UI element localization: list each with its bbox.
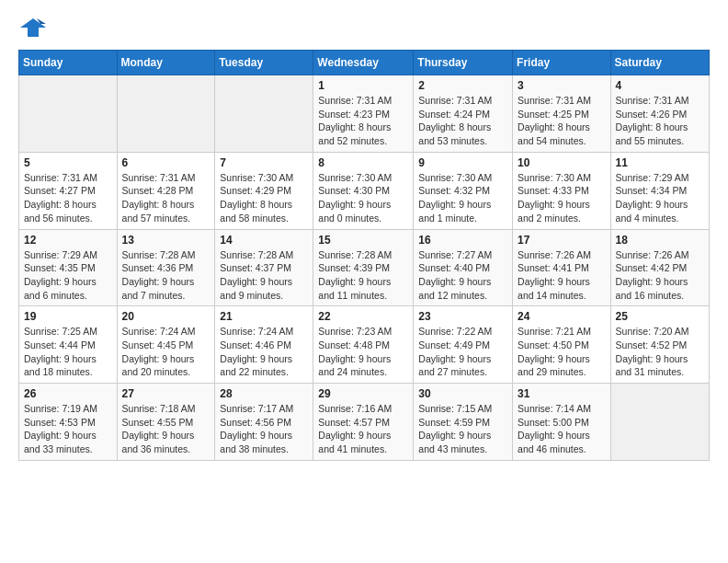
calendar-cell: 9Sunrise: 7:30 AMSunset: 4:32 PMDaylight… <box>414 152 513 229</box>
day-info: Sunrise: 7:29 AMSunset: 4:34 PMDaylight:… <box>616 171 704 225</box>
calendar-cell: 5Sunrise: 7:31 AMSunset: 4:27 PMDaylight… <box>19 152 118 229</box>
day-number: 20 <box>122 310 210 323</box>
day-info: Sunrise: 7:28 AMSunset: 4:39 PMDaylight:… <box>318 248 408 303</box>
day-info: Sunrise: 7:28 AMSunset: 4:37 PMDaylight:… <box>220 248 308 303</box>
calendar-cell <box>19 75 118 153</box>
day-info: Sunrise: 7:30 AMSunset: 4:30 PMDaylight:… <box>318 171 408 225</box>
logo-bird-icon <box>20 15 46 40</box>
calendar-cell: 23Sunrise: 7:22 AMSunset: 4:49 PMDayligh… <box>414 306 513 384</box>
day-number: 26 <box>24 387 112 400</box>
calendar-cell: 22Sunrise: 7:23 AMSunset: 4:48 PMDayligh… <box>313 306 414 384</box>
day-number: 9 <box>418 156 507 169</box>
calendar-cell: 26Sunrise: 7:19 AMSunset: 4:53 PMDayligh… <box>19 384 118 461</box>
day-info: Sunrise: 7:24 AMSunset: 4:46 PMDaylight:… <box>220 325 308 379</box>
day-info: Sunrise: 7:29 AMSunset: 4:35 PMDaylight:… <box>24 248 112 303</box>
day-info: Sunrise: 7:16 AMSunset: 4:57 PMDaylight:… <box>318 402 408 456</box>
calendar-cell: 31Sunrise: 7:14 AMSunset: 5:00 PMDayligh… <box>513 384 611 461</box>
day-info: Sunrise: 7:27 AMSunset: 4:40 PMDaylight:… <box>418 248 507 303</box>
calendar-cell: 10Sunrise: 7:30 AMSunset: 4:33 PMDayligh… <box>513 152 611 229</box>
day-info: Sunrise: 7:30 AMSunset: 4:29 PMDaylight:… <box>220 171 308 225</box>
day-number: 25 <box>616 310 704 323</box>
weekday-header-monday: Monday <box>117 51 215 75</box>
day-info: Sunrise: 7:22 AMSunset: 4:49 PMDaylight:… <box>418 325 507 379</box>
calendar-cell: 4Sunrise: 7:31 AMSunset: 4:26 PMDaylight… <box>610 75 709 153</box>
day-info: Sunrise: 7:17 AMSunset: 4:56 PMDaylight:… <box>220 402 308 456</box>
day-number: 31 <box>518 387 606 400</box>
day-info: Sunrise: 7:14 AMSunset: 5:00 PMDaylight:… <box>518 402 606 456</box>
day-info: Sunrise: 7:20 AMSunset: 4:52 PMDaylight:… <box>616 325 704 379</box>
day-number: 18 <box>616 234 704 247</box>
day-info: Sunrise: 7:26 AMSunset: 4:41 PMDaylight:… <box>518 248 606 303</box>
calendar-cell: 15Sunrise: 7:28 AMSunset: 4:39 PMDayligh… <box>313 229 414 306</box>
calendar-cell <box>610 384 709 461</box>
day-number: 30 <box>418 387 507 400</box>
day-info: Sunrise: 7:15 AMSunset: 4:59 PMDaylight:… <box>418 402 507 456</box>
weekday-header-saturday: Saturday <box>610 51 709 75</box>
calendar-week-row: 12Sunrise: 7:29 AMSunset: 4:35 PMDayligh… <box>19 229 710 306</box>
day-number: 8 <box>318 156 408 169</box>
day-number: 11 <box>616 156 704 169</box>
day-number: 10 <box>518 156 606 169</box>
day-info: Sunrise: 7:31 AMSunset: 4:28 PMDaylight:… <box>122 171 210 225</box>
day-number: 17 <box>518 234 606 247</box>
day-info: Sunrise: 7:26 AMSunset: 4:42 PMDaylight:… <box>616 248 704 303</box>
day-number: 7 <box>220 156 308 169</box>
weekday-header-row: SundayMondayTuesdayWednesdayThursdayFrid… <box>19 51 710 75</box>
day-number: 28 <box>220 387 308 400</box>
calendar-cell: 21Sunrise: 7:24 AMSunset: 4:46 PMDayligh… <box>215 306 313 384</box>
day-info: Sunrise: 7:31 AMSunset: 4:26 PMDaylight:… <box>616 94 704 148</box>
calendar-cell: 29Sunrise: 7:16 AMSunset: 4:57 PMDayligh… <box>313 384 414 461</box>
calendar-week-row: 26Sunrise: 7:19 AMSunset: 4:53 PMDayligh… <box>19 384 710 461</box>
calendar-cell: 7Sunrise: 7:30 AMSunset: 4:29 PMDaylight… <box>215 152 313 229</box>
page-container: SundayMondayTuesdayWednesdayThursdayFrid… <box>0 0 728 470</box>
calendar-cell: 16Sunrise: 7:27 AMSunset: 4:40 PMDayligh… <box>414 229 513 306</box>
day-number: 5 <box>24 156 112 169</box>
logo <box>18 15 46 40</box>
calendar-cell: 1Sunrise: 7:31 AMSunset: 4:23 PMDaylight… <box>313 75 414 153</box>
calendar-cell: 17Sunrise: 7:26 AMSunset: 4:41 PMDayligh… <box>513 229 611 306</box>
day-info: Sunrise: 7:18 AMSunset: 4:55 PMDaylight:… <box>122 402 210 456</box>
day-info: Sunrise: 7:31 AMSunset: 4:27 PMDaylight:… <box>24 171 112 225</box>
day-number: 1 <box>318 79 408 92</box>
calendar-cell: 11Sunrise: 7:29 AMSunset: 4:34 PMDayligh… <box>610 152 709 229</box>
day-info: Sunrise: 7:24 AMSunset: 4:45 PMDaylight:… <box>122 325 210 379</box>
day-info: Sunrise: 7:31 AMSunset: 4:24 PMDaylight:… <box>418 94 507 148</box>
weekday-header-friday: Friday <box>513 51 611 75</box>
calendar-cell: 19Sunrise: 7:25 AMSunset: 4:44 PMDayligh… <box>19 306 118 384</box>
calendar-cell: 25Sunrise: 7:20 AMSunset: 4:52 PMDayligh… <box>610 306 709 384</box>
calendar-cell: 20Sunrise: 7:24 AMSunset: 4:45 PMDayligh… <box>117 306 215 384</box>
day-number: 2 <box>418 79 507 92</box>
day-number: 15 <box>318 234 408 247</box>
weekday-header-tuesday: Tuesday <box>215 51 313 75</box>
calendar-cell: 28Sunrise: 7:17 AMSunset: 4:56 PMDayligh… <box>215 384 313 461</box>
calendar-cell: 8Sunrise: 7:30 AMSunset: 4:30 PMDaylight… <box>313 152 414 229</box>
day-number: 24 <box>518 310 606 323</box>
day-number: 13 <box>122 234 210 247</box>
weekday-header-sunday: Sunday <box>19 51 118 75</box>
day-number: 6 <box>122 156 210 169</box>
day-number: 16 <box>418 234 507 247</box>
calendar-cell: 27Sunrise: 7:18 AMSunset: 4:55 PMDayligh… <box>117 384 215 461</box>
svg-marker-0 <box>20 18 46 37</box>
calendar-week-row: 5Sunrise: 7:31 AMSunset: 4:27 PMDaylight… <box>19 152 710 229</box>
day-info: Sunrise: 7:23 AMSunset: 4:48 PMDaylight:… <box>318 325 408 379</box>
day-number: 29 <box>318 387 408 400</box>
calendar-cell <box>117 75 215 153</box>
day-info: Sunrise: 7:30 AMSunset: 4:32 PMDaylight:… <box>418 171 507 225</box>
day-number: 19 <box>24 310 112 323</box>
header <box>18 15 710 40</box>
calendar-cell: 14Sunrise: 7:28 AMSunset: 4:37 PMDayligh… <box>215 229 313 306</box>
calendar-cell: 13Sunrise: 7:28 AMSunset: 4:36 PMDayligh… <box>117 229 215 306</box>
day-info: Sunrise: 7:28 AMSunset: 4:36 PMDaylight:… <box>122 248 210 303</box>
day-info: Sunrise: 7:31 AMSunset: 4:23 PMDaylight:… <box>318 94 408 148</box>
day-number: 12 <box>24 234 112 247</box>
calendar-cell: 24Sunrise: 7:21 AMSunset: 4:50 PMDayligh… <box>513 306 611 384</box>
calendar-week-row: 1Sunrise: 7:31 AMSunset: 4:23 PMDaylight… <box>19 75 710 153</box>
calendar-cell: 2Sunrise: 7:31 AMSunset: 4:24 PMDaylight… <box>414 75 513 153</box>
calendar-cell: 30Sunrise: 7:15 AMSunset: 4:59 PMDayligh… <box>414 384 513 461</box>
calendar-table: SundayMondayTuesdayWednesdayThursdayFrid… <box>18 50 710 461</box>
day-number: 21 <box>220 310 308 323</box>
calendar-cell <box>215 75 313 153</box>
day-info: Sunrise: 7:21 AMSunset: 4:50 PMDaylight:… <box>518 325 606 379</box>
day-number: 4 <box>616 79 704 92</box>
